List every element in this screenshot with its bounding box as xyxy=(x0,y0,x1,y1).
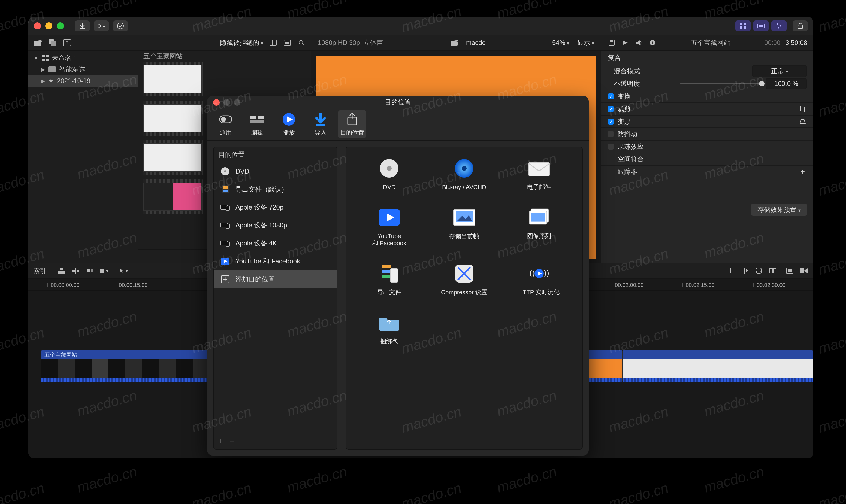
svg-rect-33 xyxy=(60,268,63,270)
timeline-index-button[interactable]: 索引 xyxy=(33,267,57,275)
disclosure-triangle-icon[interactable]: ▼ xyxy=(33,55,39,61)
background-tasks-button[interactable] xyxy=(113,20,128,31)
event-row[interactable]: ▶ ★ 2021-10-19 xyxy=(28,75,138,87)
timeline-clip[interactable] xyxy=(622,350,813,382)
format-label: 1080p HD 30p, 立体声 xyxy=(318,38,383,47)
devices-icon xyxy=(220,220,231,231)
disclosure-triangle-icon[interactable]: ▶ xyxy=(41,66,45,73)
search-icon[interactable] xyxy=(297,38,306,47)
audio-skimming-icon[interactable] xyxy=(740,267,749,275)
save-effect-preset-button[interactable]: 存储效果预置 xyxy=(751,204,807,216)
append-clip-icon[interactable] xyxy=(86,267,94,275)
destination-youtube-facebook[interactable]: YouTube 和 Facebook xyxy=(214,252,337,270)
share-button[interactable] xyxy=(793,20,808,31)
modal-traffic-lights[interactable] xyxy=(213,99,241,106)
dest-bluray[interactable]: Blu-ray / AVCHD xyxy=(431,157,498,191)
minimize-window-icon[interactable] xyxy=(45,22,52,30)
svg-rect-43 xyxy=(774,269,776,273)
video-inspector-icon[interactable] xyxy=(621,38,630,47)
filter-dropdown[interactable]: 隐藏被拒绝的 xyxy=(220,38,263,47)
view-dropdown[interactable]: 显示 xyxy=(577,38,594,47)
overwrite-clip-icon[interactable] xyxy=(100,267,108,275)
destination-apple-1080p[interactable]: Apple 设备 1080p xyxy=(214,216,337,234)
library-clapperboard-icon[interactable] xyxy=(33,38,42,47)
zoom-window-icon[interactable] xyxy=(57,22,64,30)
destination-apple-720p[interactable]: Apple 设备 720p xyxy=(214,198,337,216)
transitions-browser-icon[interactable] xyxy=(800,267,808,275)
rolling-checkbox[interactable] xyxy=(608,144,614,149)
dest-bundle[interactable]: 捆绑包 xyxy=(356,311,423,345)
share-destination-icon xyxy=(345,112,360,127)
workspace-segmented-control[interactable] xyxy=(735,20,787,31)
inspector-pane: 复合 混合模式 正常 不透明度 100.0 % ✔变换 xyxy=(601,51,813,263)
import-media-button[interactable] xyxy=(75,20,90,31)
transform-checkbox[interactable]: ✔ xyxy=(608,93,614,100)
stabilize-checkbox[interactable] xyxy=(608,131,614,137)
tab-general[interactable]: 通用 xyxy=(211,110,240,138)
add-tracker-icon[interactable]: + xyxy=(798,167,807,176)
modal-close-icon[interactable] xyxy=(213,99,220,106)
blend-mode-dropdown[interactable]: 正常 xyxy=(752,65,807,77)
solo-icon[interactable] xyxy=(754,267,763,275)
smart-collection-row[interactable]: ▶ 智能精选 xyxy=(28,64,138,75)
destination-dvd[interactable]: DVD xyxy=(214,162,337,180)
distort-checkbox[interactable]: ✔ xyxy=(608,119,614,125)
effects-browser-icon[interactable] xyxy=(786,267,794,275)
arrow-tool-dropdown[interactable] xyxy=(119,267,128,275)
zoom-dropdown[interactable]: 54% xyxy=(552,39,569,47)
opacity-value[interactable]: 100.0 % xyxy=(766,78,807,89)
photos-media-icon[interactable] xyxy=(48,38,57,47)
opacity-slider[interactable] xyxy=(680,83,762,85)
destination-add[interactable]: 添加目的位置 xyxy=(214,270,337,288)
connect-clip-icon[interactable] xyxy=(57,267,66,275)
list-view-icon[interactable] xyxy=(269,38,278,47)
inspector-toggle-button[interactable] xyxy=(771,20,787,31)
dest-image-sequence[interactable]: 图像序列 xyxy=(506,206,572,247)
save-icon[interactable] xyxy=(607,38,616,47)
filmstrip-thumb[interactable] xyxy=(143,61,203,96)
tab-destinations[interactable]: 目的位置 xyxy=(338,110,366,138)
svg-marker-40 xyxy=(729,270,730,272)
timeline-clip[interactable]: 五个宝藏网站 xyxy=(41,350,210,382)
keyword-editor-button[interactable] xyxy=(94,20,109,31)
add-destination-button[interactable]: + xyxy=(218,436,224,446)
svg-rect-2 xyxy=(740,23,742,25)
insert-clip-icon[interactable] xyxy=(71,267,80,275)
audio-inspector-icon[interactable] xyxy=(635,38,643,47)
titles-generators-icon[interactable]: T xyxy=(63,38,71,47)
close-window-icon[interactable] xyxy=(34,22,41,30)
tab-editing[interactable]: 编辑 xyxy=(243,110,271,138)
destination-export-default[interactable]: 导出文件（默认） xyxy=(214,180,337,198)
devices-icon xyxy=(220,202,231,213)
crop-reset-icon[interactable] xyxy=(798,105,807,113)
clip-appearance-icon[interactable] xyxy=(283,38,292,47)
disclosure-triangle-icon[interactable]: ▶ xyxy=(41,78,45,84)
destination-apple-4k[interactable]: Apple 设备 4K xyxy=(214,234,337,252)
filmstrip-thumb[interactable] xyxy=(143,179,203,214)
dest-http-live[interactable]: (()) HTTP 实时流化 xyxy=(506,262,572,296)
snapping-icon[interactable] xyxy=(769,267,777,275)
dest-youtube-facebook[interactable]: YouTube 和 Facebook xyxy=(356,206,423,247)
dest-dvd[interactable]: DVD xyxy=(356,157,423,191)
browser-toggle-button[interactable] xyxy=(735,20,751,31)
tab-playback[interactable]: 播放 xyxy=(275,110,303,138)
transform-reset-icon[interactable] xyxy=(798,92,807,101)
remove-destination-button[interactable]: − xyxy=(229,436,234,446)
window-traffic-lights[interactable] xyxy=(34,22,71,30)
info-inspector-icon[interactable]: i xyxy=(648,38,657,47)
dest-email[interactable]: 电子邮件 xyxy=(506,157,572,191)
tab-import[interactable]: 导入 xyxy=(306,110,335,138)
filmstrip-thumb[interactable] xyxy=(143,101,203,136)
dest-save-frame[interactable]: 存储当前帧 xyxy=(431,206,498,247)
timeline-toggle-button[interactable] xyxy=(753,20,769,31)
library-row[interactable]: ▼ 未命名 1 xyxy=(28,52,138,64)
clip-title: 五个宝藏网站 xyxy=(41,350,210,359)
crop-checkbox[interactable]: ✔ xyxy=(608,106,614,112)
dest-compressor[interactable]: Compressor 设置 xyxy=(431,262,498,296)
dest-export-file[interactable]: 导出文件 xyxy=(356,262,423,296)
filmstrip-thumb[interactable] xyxy=(143,140,203,175)
skimming-icon[interactable] xyxy=(726,267,735,275)
distort-reset-icon[interactable] xyxy=(798,118,807,126)
svg-rect-31 xyxy=(800,94,805,99)
svg-rect-55 xyxy=(316,124,325,126)
